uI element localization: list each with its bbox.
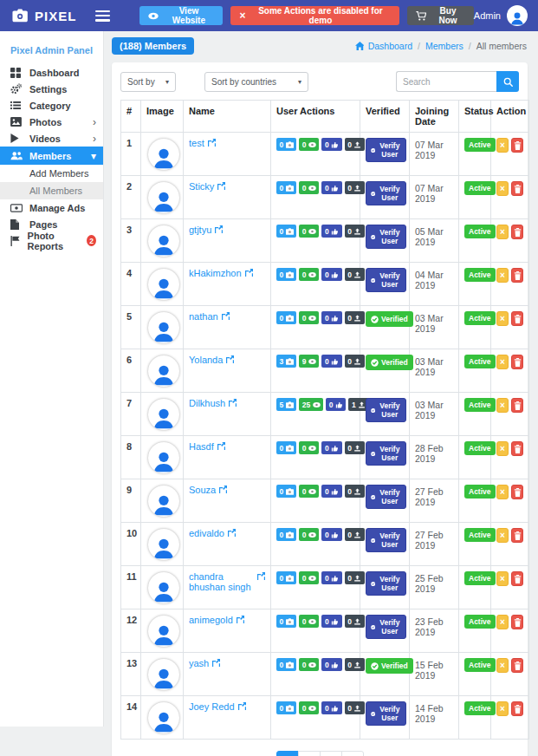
uploads-count-badge[interactable]: 0 [345,485,365,498]
sidebar-subitem-all-members[interactable]: All Members [0,182,103,199]
view-website-button[interactable]: View Website [139,6,223,25]
sidebar-item-videos[interactable]: Videos › [0,130,103,147]
verified-button[interactable]: Verified [366,658,413,674]
uploads-count-badge[interactable]: 0 [345,355,365,368]
views-count-badge[interactable]: 0 [299,571,319,584]
photos-count-badge[interactable]: 5 [276,398,296,411]
member-name-link[interactable]: nathan [189,311,230,322]
views-count-badge[interactable]: 0 [299,528,319,541]
verified-button[interactable]: Verify User [366,138,406,162]
breadcrumb-dashboard[interactable]: Dashboard [355,41,412,51]
likes-count-badge[interactable]: 0 [321,268,341,281]
photos-count-badge[interactable]: 0 [276,658,296,671]
photos-count-badge[interactable]: 0 [276,615,296,628]
demo-disabled-notice-button[interactable]: × Some Actions are disabled for demo [230,6,399,25]
likes-count-badge[interactable]: 0 [321,701,341,714]
views-count-badge[interactable]: 0 [299,441,319,454]
member-avatar[interactable] [148,616,179,647]
deactivate-button[interactable]: × [496,138,509,153]
uploads-count-badge[interactable]: 0 [345,528,365,541]
search-input[interactable] [396,71,496,92]
pagination-page-1[interactable]: 1 [276,751,299,756]
sort-by-countries-select[interactable]: Sort by countries ▾ [204,72,308,92]
verified-button[interactable]: Verify User [366,701,406,726]
photos-count-badge[interactable]: 0 [276,571,296,584]
views-count-badge[interactable]: 9 [299,355,319,368]
sidebar-item-members[interactable]: Members ▾ [0,147,103,165]
member-avatar[interactable] [148,269,179,300]
member-name-link[interactable]: Hasdf [189,441,225,452]
verified-button[interactable]: Verified [366,355,413,370]
delete-button[interactable] [511,658,523,673]
delete-button[interactable] [511,355,523,369]
member-name-link[interactable]: Dilkhush [189,398,237,408]
member-name-link[interactable]: Yolanda [189,355,234,365]
sidebar-item-category[interactable]: Category [0,97,103,114]
uploads-count-badge[interactable]: 0 [345,441,365,454]
deactivate-button[interactable]: × [496,528,509,543]
photos-count-badge[interactable]: 0 [276,485,296,498]
admin-avatar[interactable] [507,5,528,26]
likes-count-badge[interactable]: 0 [321,225,341,238]
deactivate-button[interactable]: × [496,485,509,499]
likes-count-badge[interactable]: 0 [321,571,341,584]
likes-count-badge[interactable]: 0 [326,398,346,411]
verified-button[interactable]: Verify User [366,528,406,552]
photos-count-badge[interactable]: 0 [276,701,296,714]
delete-button[interactable] [511,615,523,629]
deactivate-button[interactable]: × [496,268,509,283]
verified-button[interactable]: Verify User [366,225,406,249]
uploads-count-badge[interactable]: 0 [345,658,365,671]
member-name-link[interactable]: kHakimzhon [189,268,253,278]
deactivate-button[interactable]: × [496,181,509,196]
uploads-count-badge[interactable]: 0 [345,181,365,194]
deactivate-button[interactable]: × [496,441,509,456]
pagination-page-3[interactable]: 3 [320,751,342,756]
sidebar-item-photos[interactable]: Photos › [0,114,103,130]
delete-button[interactable] [511,528,523,543]
likes-count-badge[interactable]: 0 [321,485,341,498]
member-name-link[interactable]: yash [189,658,220,668]
sidebar-item-settings[interactable]: Settings [0,81,103,97]
delete-button[interactable] [511,398,523,413]
member-avatar[interactable] [148,702,179,733]
deactivate-button[interactable]: × [496,398,509,413]
member-name-link[interactable]: Sticky [189,181,225,192]
verified-button[interactable]: Verify User [366,181,406,205]
member-name-link[interactable]: gtjtyu [189,225,223,235]
uploads-count-badge[interactable]: 0 [345,138,365,151]
uploads-count-badge[interactable]: 0 [345,571,365,584]
deactivate-button[interactable]: × [496,615,509,629]
views-count-badge[interactable]: 0 [299,485,319,498]
views-count-badge[interactable]: 0 [299,181,319,194]
verified-button[interactable]: Verify User [366,398,406,422]
delete-button[interactable] [511,268,523,283]
likes-count-badge[interactable]: 0 [321,311,341,324]
sidebar-item-manage-ads[interactable]: Manage Ads [0,199,103,216]
deactivate-button[interactable]: × [496,571,509,586]
photos-count-badge[interactable]: 0 [276,311,296,324]
hamburger-menu-icon[interactable] [95,10,110,22]
sidebar-item-dashboard[interactable]: Dashboard [0,64,103,81]
buy-now-button[interactable]: Buy Now [407,6,473,25]
uploads-count-badge[interactable]: 0 [345,311,365,324]
views-count-badge[interactable]: 0 [299,268,319,281]
verified-button[interactable]: Verify User [366,441,406,466]
delete-button[interactable] [511,701,523,716]
photos-count-badge[interactable]: 0 [276,181,296,194]
photos-count-badge[interactable]: 3 [276,355,296,368]
pagination-page-2[interactable]: 2 [298,751,321,756]
likes-count-badge[interactable]: 0 [321,355,341,368]
views-count-badge[interactable]: 0 [299,138,319,151]
member-avatar[interactable] [148,659,179,690]
member-name-link[interactable]: Joey Redd [189,701,246,712]
deactivate-button[interactable]: × [496,311,509,326]
sidebar-item-photo-reports[interactable]: Photo Reports 2 [0,232,103,249]
deactivate-button[interactable]: × [496,355,509,369]
verified-button[interactable]: Verified [366,311,413,327]
member-name-link[interactable]: Souza [189,485,227,495]
views-count-badge[interactable]: 0 [299,658,319,671]
delete-button[interactable] [511,571,523,586]
breadcrumb-members[interactable]: Members [425,41,463,51]
verified-button[interactable]: Verify User [366,268,406,292]
